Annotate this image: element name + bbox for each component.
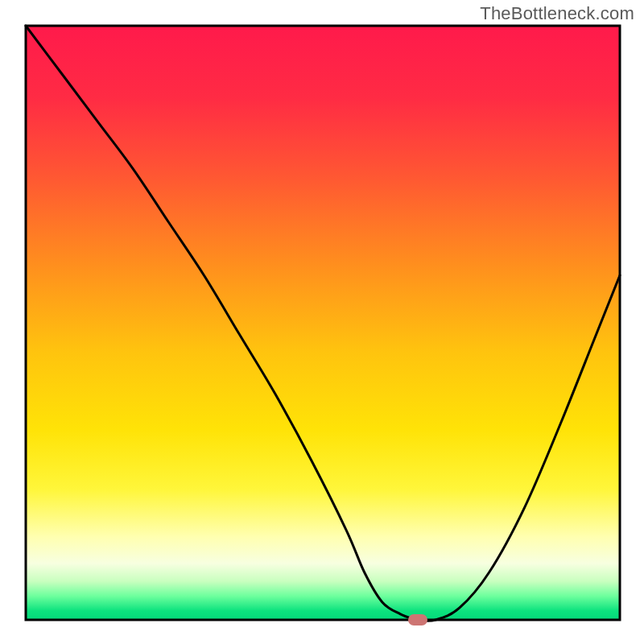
bottleneck-chart <box>0 0 644 644</box>
plot-area <box>26 26 620 620</box>
chart-container: TheBottleneck.com <box>0 0 644 644</box>
watermark-text: TheBottleneck.com <box>480 3 634 24</box>
optimal-point-marker <box>408 614 427 625</box>
